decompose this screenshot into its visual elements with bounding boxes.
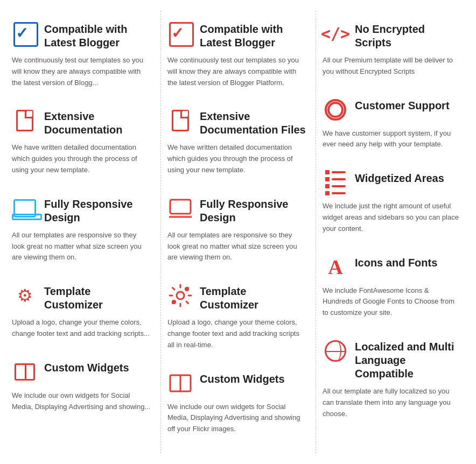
- feature-title-customizer-left: Template Customizer: [44, 285, 151, 312]
- feature-extensive-doc-center: Extensive Documentation Files We have wr…: [161, 98, 316, 185]
- feature-title-icons-fonts: Icons and Fonts: [355, 256, 437, 270]
- checkmark-icon-center: [167, 20, 193, 46]
- svg-point-4: [185, 287, 189, 291]
- feature-title-responsive-center: Fully Responsive Design: [200, 198, 306, 224]
- feature-icons-fonts: A Icons and Fonts We include FontAwesome…: [316, 244, 471, 328]
- feature-no-encrypted: </> No Encrypted Scripts All our Premium…: [316, 11, 471, 87]
- svg-point-2: [177, 292, 184, 299]
- feature-compatible-blogger-center: Compatible with Latest Blogger We contin…: [161, 11, 316, 98]
- feature-title-compatible-center: Compatible with Latest Blogger: [200, 23, 306, 50]
- left-column: Compatible with Latest Blogger We contin…: [5, 11, 160, 453]
- feature-desc-doc-center: We have written detailed documentation w…: [167, 142, 306, 175]
- feature-customizer-left: ⚙ Template Customizer Upload a logo, cha…: [5, 273, 160, 349]
- right-column: </> No Encrypted Scripts All our Premium…: [316, 11, 471, 453]
- feature-responsive-left: Fully Responsive Design All our template…: [5, 186, 160, 273]
- lifebuoy-icon: [323, 97, 348, 123]
- feature-desc-widgetized: We include just the right amount of usef…: [323, 201, 461, 234]
- center-column: Compatible with Latest Blogger We contin…: [160, 11, 316, 453]
- feature-desc-customer-support: We have customer support system, if you …: [323, 128, 461, 151]
- font-a-icon: A: [323, 254, 348, 280]
- feature-title-compatible-left: Compatible with Latest Blogger: [44, 23, 151, 50]
- feature-widgetized: Widgetized Areas We include just the rig…: [316, 160, 471, 244]
- feature-customer-support: Customer Support We have customer suppor…: [316, 87, 471, 160]
- gear-icon-center: [167, 283, 193, 308]
- feature-desc-widgets-center: We include our own widgets for Social Me…: [167, 402, 306, 435]
- feature-extensive-doc-left: Extensive Documentation We have written …: [5, 98, 160, 185]
- code-icon: </>: [323, 20, 348, 46]
- widget-icon-center: [167, 370, 193, 396]
- page-container: Compatible with Latest Blogger We contin…: [0, 0, 476, 464]
- feature-desc-responsive-center: All our templates are responsive so they…: [167, 230, 306, 263]
- feature-title-widgets-left: Custom Widgets: [44, 361, 129, 375]
- feature-title-customer-support: Customer Support: [355, 99, 450, 113]
- feature-desc-no-encrypted: All our Premium template will be deliver…: [323, 55, 461, 78]
- feature-desc-localized: All our template are fully localized so …: [323, 386, 461, 419]
- feature-responsive-center: Fully Responsive Design All our template…: [161, 186, 316, 273]
- feature-desc-responsive-left: All our templates are responsive so they…: [12, 230, 151, 263]
- feature-localized: Localized and Multi Language Compatible …: [316, 328, 471, 429]
- feature-desc-icons-fonts: We include FontAwesome Icons & Hundreds …: [323, 285, 461, 319]
- doc-icon-left: [12, 108, 38, 133]
- globe-icon: [323, 338, 348, 364]
- svg-point-3: [172, 300, 176, 304]
- list-icon: [323, 170, 348, 195]
- feature-title-widgetized: Widgetized Areas: [355, 172, 444, 185]
- laptop-icon-center: [167, 195, 193, 221]
- feature-title-responsive-left: Fully Responsive Design: [44, 198, 151, 224]
- feature-customizer-center: Template Customizer Upload a logo, chang…: [161, 273, 316, 360]
- feature-desc-doc-left: We have written detailed documentation w…: [12, 142, 151, 175]
- feature-desc-compatible-center: We continuously test our templates so yo…: [167, 55, 306, 88]
- doc-icon-center: [167, 108, 193, 133]
- feature-title-localized: Localized and Multi Language Compatible: [355, 340, 461, 381]
- feature-desc-widgets-left: We include our own widgets for Social Me…: [12, 390, 151, 413]
- feature-title-doc-center: Extensive Documentation Files: [200, 110, 306, 137]
- feature-desc-customizer-center: Upload a logo, change your theme colors,…: [167, 317, 306, 350]
- laptop-icon-left: [12, 195, 38, 221]
- feature-widgets-left: Custom Widgets We include our own widget…: [5, 349, 160, 423]
- feature-widgets-center: Custom Widgets We include our own widget…: [161, 361, 316, 445]
- widget-icon-left: [12, 359, 38, 385]
- svg-rect-0: [170, 200, 191, 214]
- feature-title-customizer-center: Template Customizer: [200, 285, 306, 312]
- feature-desc-compatible-left: We continuously test our templates so yo…: [12, 55, 151, 88]
- feature-title-no-encrypted: No Encrypted Scripts: [355, 23, 461, 50]
- feature-title-widgets-center: Custom Widgets: [200, 372, 285, 386]
- feature-title-doc-left: Extensive Documentation: [44, 110, 151, 137]
- feature-desc-customizer-left: Upload a logo, change your theme colors,…: [12, 317, 151, 340]
- checkmark-icon-left: [12, 20, 38, 46]
- feature-compatible-blogger-left: Compatible with Latest Blogger We contin…: [5, 11, 160, 98]
- gear-icon-left: ⚙: [12, 283, 38, 308]
